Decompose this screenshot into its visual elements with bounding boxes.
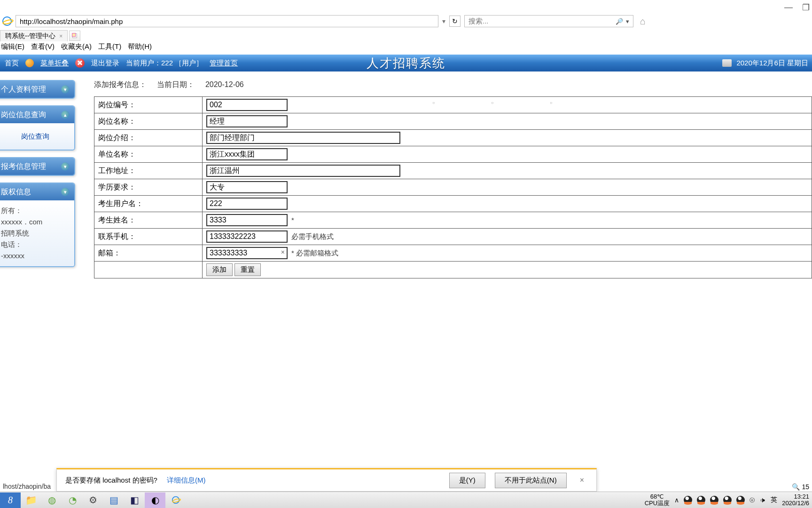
tray-wifi-icon[interactable]: ⦾ (750, 496, 755, 504)
nav-home[interactable]: 首页 (5, 59, 19, 68)
nav-logout[interactable]: 退出登录 (91, 59, 119, 68)
tray-ime-label[interactable]: 英 (771, 496, 777, 504)
password-close-icon[interactable]: × (576, 474, 588, 486)
close-tab-icon[interactable]: × (59, 33, 62, 40)
text-input[interactable] (206, 165, 400, 177)
qq-icon[interactable] (736, 496, 745, 504)
fold-icon (25, 59, 34, 67)
sidebar-head-copyright[interactable]: 版权信息 ▾ (0, 183, 74, 200)
tray-sound-icon[interactable]: 🕩 (759, 496, 766, 504)
text-input[interactable] (206, 230, 288, 243)
menu-help[interactable]: 帮助(H) (128, 42, 152, 53)
copyright-line: xxxxxx．com (1, 216, 70, 228)
clear-input-icon[interactable]: × (281, 248, 285, 256)
app-banner: 首页 菜单折叠 退出登录 当前用户：222 ［用户］ 管理首页 人才招聘系统 2… (0, 55, 812, 71)
qq-icon[interactable] (684, 496, 692, 504)
taskbar-ie-icon[interactable] (165, 492, 186, 508)
search-placeholder: 搜索... (468, 17, 489, 26)
mail-icon[interactable] (722, 59, 732, 67)
taskbar-app3-icon[interactable]: ▤ (103, 492, 124, 508)
search-dropdown-icon[interactable]: ▾ (626, 18, 629, 25)
field-label: 岗位编号： (94, 97, 203, 113)
field-cell (203, 196, 812, 212)
refresh-button[interactable]: ↻ (449, 16, 461, 27)
sidebar-head-profile[interactable]: 个人资料管理 ▾ (0, 81, 74, 98)
address-input[interactable] (16, 15, 438, 27)
form-row: 岗位编号： (94, 97, 812, 113)
text-input[interactable] (206, 214, 288, 226)
tab-title: 聘系统--管理中心 (5, 32, 55, 40)
form-row: 学历要求： (94, 179, 812, 196)
system-tray: 68℃CPU温度 ∧ ⦾ 🕩 英 13:212020/12/6 (645, 493, 812, 507)
tray-chevron-icon[interactable]: ∧ (674, 496, 679, 504)
text-input[interactable] (206, 198, 288, 210)
tray-clock[interactable]: 13:212020/12/6 (782, 493, 809, 507)
taskbar-app5-icon[interactable]: ◐ (145, 492, 165, 508)
text-input[interactable] (206, 115, 288, 127)
minimize-icon[interactable]: — (784, 2, 793, 13)
password-no-button[interactable]: 不用于此站点(N) (495, 473, 567, 488)
maximize-icon[interactable]: ❐ (802, 2, 810, 13)
sidebar-panel-copyright: 版权信息 ▾ 所有： xxxxxx．com 招聘系统 电话： -xxxxxx (0, 183, 75, 267)
taskbar-app4-icon[interactable]: ◧ (124, 492, 145, 508)
field-hint: 必需手机格式 (291, 232, 334, 240)
new-tab-button[interactable] (69, 31, 80, 41)
zoom-value: 15 (802, 483, 809, 491)
home-icon[interactable]: ⌂ (640, 16, 650, 26)
reset-button[interactable]: 重置 (234, 263, 261, 276)
nav-fold-menu[interactable]: 菜单折叠 (40, 59, 69, 68)
menu-edit[interactable]: 编辑(E) (1, 42, 24, 53)
copyright-line: -xxxxxx (1, 250, 70, 262)
nav-admin-home[interactable]: 管理首页 (210, 59, 238, 68)
chevron-down-icon: ▾ (61, 85, 70, 94)
qq-icon[interactable] (723, 496, 732, 504)
main-content: 添加报考信息： 当前日期： 2020-12-06 岗位编号：岗位名称：岗位介绍：… (94, 80, 812, 278)
taskbar-app2-icon[interactable]: ◔ (62, 492, 83, 508)
sidebar-label-jobinfo: 岗位信息查询 (1, 110, 46, 120)
field-cell (203, 146, 812, 163)
window-controls: — ❐ (784, 2, 810, 13)
sidebar: 个人资料管理 ▾ 岗位信息查询 ▴ 岗位查询 报考信息管理 ▾ 版权信息 ▾ 所… (0, 80, 75, 274)
field-cell (203, 113, 812, 130)
qq-icon[interactable] (697, 496, 705, 504)
field-hint: * 必需邮箱格式 (291, 249, 338, 257)
password-yes-button[interactable]: 是(Y) (449, 473, 485, 488)
browser-search-box[interactable]: 搜索... 🔎 ▾ (464, 15, 633, 27)
text-input[interactable] (206, 247, 288, 259)
field-label: 考生姓名： (94, 212, 203, 229)
field-label: 邮箱： (94, 245, 203, 262)
taskbar: 8 📁 ◍ ◔ ⚙ ▤ ◧ ◐ 68℃CPU温度 ∧ ⦾ 🕩 英 13:2120… (0, 492, 812, 508)
field-label: 岗位介绍： (94, 130, 203, 146)
menu-tools[interactable]: 工具(T) (98, 42, 121, 53)
taskbar-settings-icon[interactable]: ⚙ (83, 492, 103, 508)
zoom-indicator[interactable]: 🔍 15 (792, 483, 809, 491)
field-hint: * (291, 216, 294, 224)
search-icon[interactable]: 🔎 (616, 18, 623, 25)
browser-tab[interactable]: 聘系统--管理中心 × (0, 30, 68, 41)
text-input[interactable] (206, 132, 400, 144)
copyright-line: 所有： (1, 205, 70, 216)
menu-view[interactable]: 查看(V) (31, 42, 55, 53)
submit-button[interactable]: 添加 (206, 263, 233, 276)
form-row: 考生姓名：* (94, 212, 812, 229)
current-user-label: 当前用户：222 ［用户］ (126, 59, 203, 68)
sidebar-panel-exam: 报考信息管理 ▾ (0, 157, 75, 176)
taskbar-explorer-icon[interactable]: 📁 (21, 492, 41, 508)
menu-favorites[interactable]: 收藏夹(A) (61, 42, 92, 53)
text-input[interactable] (206, 99, 288, 111)
sidebar-link-job-query[interactable]: 岗位查询 (1, 128, 70, 145)
application-form-table: 岗位编号：岗位名称：岗位介绍：单位名称：工作地址：学历要求：考生用户名：考生姓名… (94, 96, 812, 278)
text-input[interactable] (206, 148, 288, 160)
sidebar-panel-jobinfo: 岗位信息查询 ▴ 岗位查询 (0, 105, 75, 151)
sidebar-head-jobinfo[interactable]: 岗位信息查询 ▴ (0, 106, 74, 123)
qq-icon[interactable] (710, 496, 718, 504)
field-label: 单位名称： (94, 146, 203, 163)
current-date-value: 2020-12-06 (205, 80, 244, 88)
url-dropdown-icon[interactable]: ▾ (442, 17, 445, 25)
password-more-info-link[interactable]: 详细信息(M) (167, 476, 206, 485)
taskbar-start-icon[interactable]: 8 (0, 492, 21, 508)
text-input[interactable] (206, 181, 288, 193)
tab-strip: 聘系统--管理中心 × (0, 29, 80, 41)
taskbar-app1-icon[interactable]: ◍ (41, 492, 62, 508)
sidebar-head-exam[interactable]: 报考信息管理 ▾ (0, 158, 74, 175)
